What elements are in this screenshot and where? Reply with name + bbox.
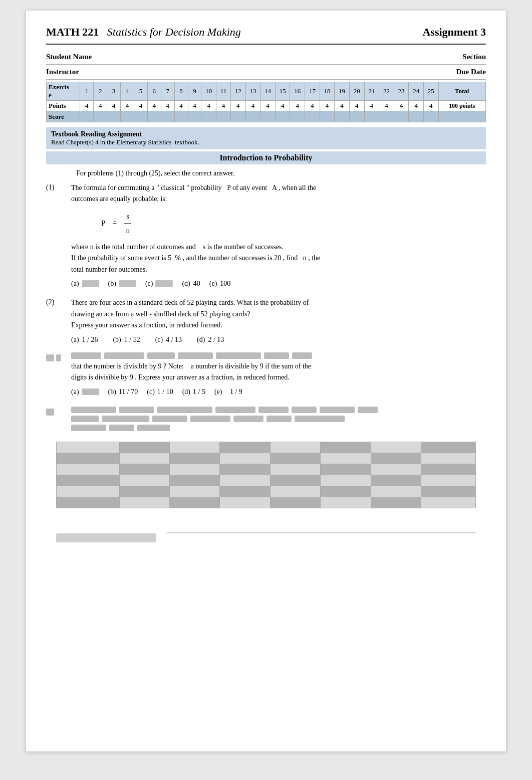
problem-1-line2: outcomes are equally probable, is: [71, 193, 486, 205]
sc-1 [80, 111, 94, 122]
sc-21 [364, 111, 379, 122]
ex-num-10: 10 [201, 82, 216, 101]
sc-24 [409, 111, 424, 122]
pt-12: 4 [231, 101, 246, 111]
sc-7 [161, 111, 174, 122]
pt-1: 4 [80, 101, 94, 111]
ex-num-15: 15 [275, 82, 290, 101]
problem-2-line2: drawing an ace from a well - shuffled de… [71, 309, 486, 320]
page: MATH 221 Statistics for Decision Making … [26, 10, 506, 752]
blurred-table-section [56, 442, 476, 508]
problem-1-number: (1) [46, 182, 71, 292]
sc-18 [320, 111, 335, 122]
problem-1-where: where n is the total number of outcomes … [71, 242, 486, 253]
exercises-row: Exercis e 1 2 3 4 5 6 7 8 9 10 11 12 13 … [47, 82, 486, 101]
ex-num-11: 11 [216, 82, 231, 101]
ex-num-7: 7 [161, 82, 174, 101]
sc-3 [107, 111, 121, 122]
bottom-divider [166, 532, 476, 533]
p3-choice-c: (c) 1 / 10 [147, 386, 173, 398]
points-cell-label: Points [47, 101, 80, 111]
sc-4 [121, 111, 134, 122]
instructor-label: Instructor [46, 68, 106, 76]
fraction-denominator: n [124, 224, 132, 237]
problem-4 [46, 407, 486, 434]
bt-row-6 [57, 497, 476, 508]
intro-section-title: Introduction to Probability [46, 151, 486, 164]
sc-6 [147, 111, 161, 122]
pt-20: 4 [349, 101, 364, 111]
total-label: Total [438, 82, 485, 101]
problem-3-line2: digits is divisible by 9 . Express your … [71, 372, 486, 383]
formula: P = s n [101, 210, 132, 237]
choice-b-value-blurred [119, 280, 136, 287]
due-date-label: Due Date [426, 68, 486, 76]
bottom-bar [56, 523, 476, 542]
ex-num-24: 24 [409, 82, 424, 101]
data-table-blurred [56, 442, 476, 508]
ex-num-20: 20 [349, 82, 364, 101]
sc-23 [394, 111, 409, 122]
problem-2-content: There are four aces in a standard deck o… [71, 297, 486, 345]
sc-16 [290, 111, 305, 122]
pt-21: 4 [364, 101, 379, 111]
choice-d: (d) 40 [182, 278, 200, 289]
sc-8 [174, 111, 188, 122]
choice-b: (b) [108, 278, 136, 289]
fraction-numerator: s [124, 210, 131, 224]
p4-blurred-line1 [71, 407, 486, 413]
p3-choice-e: (e) 1 / 9 [214, 386, 242, 398]
instructions-text: For problems (1) through (25), select th… [76, 169, 456, 177]
p3-choice-a: (a) [71, 386, 99, 398]
ex-num-22: 22 [379, 82, 394, 101]
ex-num-1: 1 [80, 82, 94, 101]
ex-num-3: 3 [107, 82, 121, 101]
ex-num-4: 4 [121, 82, 134, 101]
score-row: Score [47, 111, 486, 122]
ex-num-9: 9 [188, 82, 201, 101]
pt-3: 4 [107, 101, 121, 111]
p3-choice-d: (d) 1 / 5 [182, 386, 205, 398]
sc-11 [216, 111, 231, 122]
ex-num-14: 14 [260, 82, 276, 101]
problem-2-choices: (a) 1 / 26 (b) 1 / 52 (c) 4 / 13 (d) 2 /… [71, 334, 486, 345]
score-cell-label: Score [47, 111, 80, 122]
textbook-section: Textbook Reading Assignment Read Chapter… [46, 127, 486, 149]
pt-6: 4 [147, 101, 161, 111]
course-number: MATH 221 [46, 26, 99, 38]
exercises-cell-label: Exercis e [47, 82, 80, 101]
problem-3: that the number is divisible by 9 ? Note… [46, 352, 486, 402]
pt-9: 4 [188, 101, 201, 111]
pt-8: 4 [174, 101, 188, 111]
pt-5: 4 [134, 101, 147, 111]
ex-num-25: 25 [423, 82, 438, 101]
p2-choice-a: (a) 1 / 26 [71, 334, 98, 345]
ex-num-18: 18 [320, 82, 335, 101]
p2-choice-c: (c) 4 / 13 [155, 334, 182, 345]
sc-9 [188, 111, 201, 122]
pt-17: 4 [305, 101, 320, 111]
pt-7: 4 [161, 101, 174, 111]
page-header: MATH 221 Statistics for Decision Making … [46, 26, 486, 45]
ex-num-6: 6 [147, 82, 161, 101]
sc-5 [134, 111, 147, 122]
sc-19 [335, 111, 350, 122]
choice-a: (a) [71, 278, 99, 289]
problem-2-line3: Express your answer as a fraction, in re… [71, 320, 486, 331]
student-name-row: Student Name Section [46, 50, 486, 65]
problem-1-answers: (a) (b) (c) (d) 40 (e) 100 [71, 278, 486, 289]
points-row: Points 4 4 4 4 4 4 4 4 4 4 4 4 4 4 4 4 4… [47, 101, 486, 111]
ex-num-19: 19 [335, 82, 350, 101]
sc-10 [201, 111, 216, 122]
formula-block: P = s n [101, 210, 486, 237]
pt-11: 4 [216, 101, 231, 111]
problem-3-number-blurred [46, 354, 54, 361]
pt-10: 4 [201, 101, 216, 111]
pt-22: 4 [379, 101, 394, 111]
sc-20 [349, 111, 364, 122]
choice-e: (e) 100 [209, 278, 231, 289]
pt-25: 4 [423, 101, 438, 111]
p2-choice-d: (d) 2 / 13 [197, 334, 224, 345]
ex-num-8: 8 [174, 82, 188, 101]
problem-3-line1: that the number is divisible by 9 ? Note… [71, 361, 486, 372]
